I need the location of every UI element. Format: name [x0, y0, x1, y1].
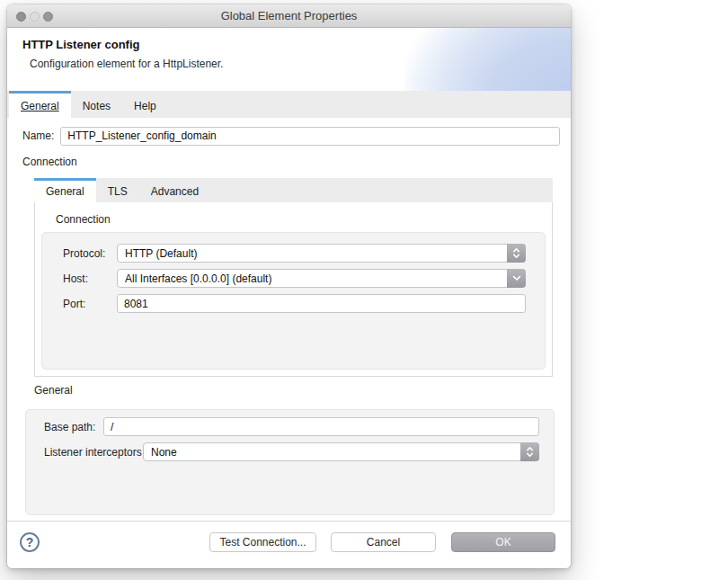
global-element-properties-dialog: Global Element Properties HTTP Listener … — [7, 4, 571, 568]
up-down-stepper-icon — [520, 442, 539, 461]
connection-tab-folder: General TLS Advanced Connection Protocol… — [34, 178, 553, 377]
ok-button[interactable]: OK — [451, 532, 555, 552]
outer-tab-strip: General Notes Help — [7, 91, 571, 118]
protocol-value: HTTP (Default) — [125, 247, 197, 260]
general-group-box: Base path: Listener interceptors None — [25, 409, 555, 515]
connection-group-label: Connection — [56, 213, 546, 226]
listener-interceptors-dropdown[interactable]: None — [143, 442, 539, 461]
tab-connection-general[interactable]: General — [34, 178, 96, 202]
page-title: HTTP Listener config — [22, 38, 140, 51]
question-mark-icon: ? — [26, 535, 34, 549]
general-tab-content: Name: Connection General TLS Advanced Co… — [7, 118, 571, 521]
name-row: Name: — [22, 126, 560, 146]
down-chevron-icon — [507, 269, 526, 288]
base-path-label: Base path: — [44, 421, 103, 433]
tab-notes-label: Notes — [83, 100, 111, 112]
zoom-button[interactable] — [43, 12, 53, 22]
port-row: Port: — [63, 294, 526, 313]
listener-interceptors-row: Listener interceptors None — [44, 442, 539, 461]
test-connection-button[interactable]: Test Connection... — [209, 532, 316, 552]
name-input[interactable] — [60, 127, 560, 146]
connection-general-panel: Connection Protocol: HTTP (Default) — [35, 202, 552, 376]
connection-tab-strip: General TLS Advanced — [34, 178, 553, 202]
general-section-label: General — [34, 384, 560, 397]
tab-help-label: Help — [134, 100, 156, 112]
listener-interceptors-label: Listener interceptors — [44, 446, 143, 459]
window-title: Global Element Properties — [7, 4, 571, 27]
tab-connection-tls[interactable]: TLS — [96, 178, 139, 202]
connection-group-box: Protocol: HTTP (Default) — [41, 232, 546, 370]
tab-connection-advanced[interactable]: Advanced — [139, 178, 210, 202]
up-down-stepper-icon — [507, 244, 526, 263]
tab-help[interactable]: Help — [122, 91, 168, 118]
port-input[interactable] — [117, 294, 526, 313]
header-swoosh-decoration — [404, 28, 571, 91]
host-row: Host: All Interfaces [0.0.0.0] (default) — [63, 269, 526, 288]
dialog-header: HTTP Listener config Configuration eleme… — [7, 28, 571, 91]
tab-general-label: General — [21, 100, 59, 112]
tab-general[interactable]: General — [9, 91, 71, 118]
listener-interceptors-value: None — [151, 446, 177, 459]
protocol-label: Protocol: — [63, 247, 117, 260]
title-bar: Global Element Properties — [7, 4, 571, 28]
protocol-dropdown[interactable]: HTTP (Default) — [117, 244, 526, 263]
tab-connection-advanced-label: Advanced — [151, 185, 199, 198]
connection-section-label: Connection — [22, 156, 560, 168]
close-button[interactable] — [16, 12, 26, 22]
host-combobox[interactable]: All Interfaces [0.0.0.0] (default) — [117, 269, 526, 288]
base-path-row: Base path: — [44, 417, 539, 436]
traffic-lights — [16, 12, 53, 22]
host-label: Host: — [63, 272, 117, 285]
port-label: Port: — [63, 298, 117, 310]
protocol-row: Protocol: HTTP (Default) — [63, 244, 526, 263]
page-subtitle: Configuration element for a HttpListener… — [30, 58, 223, 70]
base-path-input[interactable] — [103, 417, 539, 436]
tab-connection-general-label: General — [46, 185, 84, 198]
minimize-button[interactable] — [30, 12, 40, 22]
cancel-button[interactable]: Cancel — [331, 532, 436, 552]
tab-connection-tls-label: TLS — [108, 185, 128, 198]
help-button[interactable]: ? — [20, 532, 40, 552]
button-bar: ? Test Connection... Cancel OK — [7, 521, 571, 568]
name-label: Name: — [22, 129, 54, 142]
tab-notes[interactable]: Notes — [71, 91, 122, 118]
host-value: All Interfaces [0.0.0.0] (default) — [125, 272, 271, 285]
